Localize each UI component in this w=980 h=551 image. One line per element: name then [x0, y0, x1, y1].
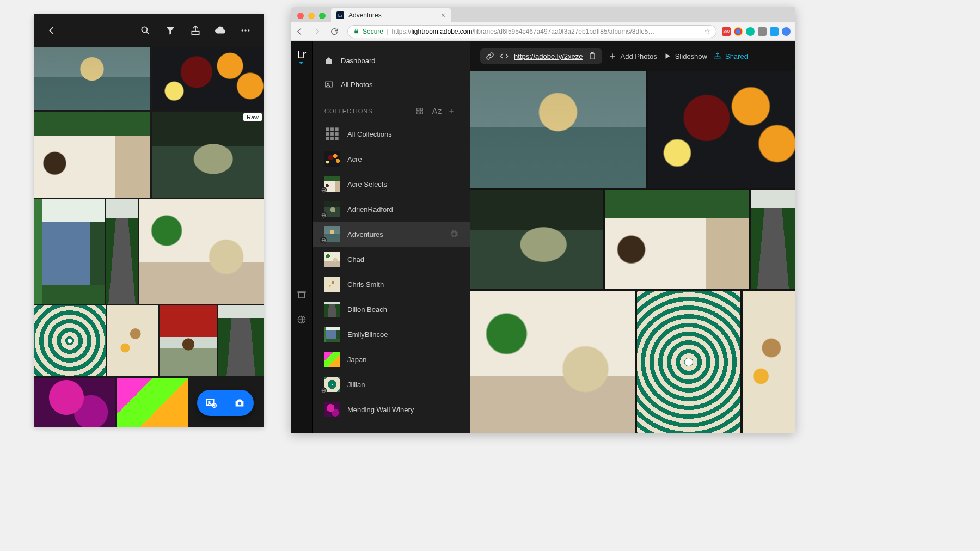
grid-view-icon[interactable] — [416, 107, 430, 115]
svg-rect-25 — [335, 132, 339, 136]
photo-thumb[interactable] — [34, 199, 105, 304]
extension-icon[interactable]: 390 — [722, 27, 731, 36]
globe-icon — [320, 187, 327, 193]
collection-label: Acre Selects — [347, 180, 387, 188]
photo-thumb[interactable] — [218, 305, 264, 376]
sidebar-nav-dashboard[interactable]: Dashboard — [313, 48, 470, 72]
photo-thumb[interactable] — [648, 71, 795, 188]
photo-thumb[interactable] — [107, 305, 158, 376]
photo-thumb[interactable] — [34, 112, 150, 198]
photo-thumb[interactable] — [139, 199, 264, 304]
sidebar-nav-allphotos[interactable]: All Photos — [313, 72, 470, 96]
browser-tab[interactable]: Lr Adventures × — [331, 8, 451, 22]
mobile-topbar — [34, 14, 264, 47]
clipboard-icon[interactable] — [588, 52, 597, 60]
sidebar: Dashboard All Photos COLLECTIONS Az ＋ — [313, 41, 470, 433]
svg-rect-27 — [330, 137, 334, 140]
svg-rect-17 — [420, 108, 422, 111]
search-icon[interactable] — [133, 18, 158, 43]
collection-thumb — [324, 352, 340, 367]
add-photos-button[interactable]: Add Photos — [609, 52, 657, 60]
tool-label: Add Photos — [620, 52, 657, 60]
extension-icon[interactable] — [746, 27, 755, 36]
photo-thumb[interactable] — [470, 71, 646, 188]
nav-forward-button[interactable] — [313, 27, 324, 36]
svg-rect-24 — [330, 132, 334, 136]
share-url-link[interactable]: https://adobe.ly/2xeze — [514, 52, 583, 60]
photo-thumb[interactable] — [106, 199, 138, 304]
photo-thumb[interactable] — [34, 305, 106, 376]
lock-icon — [353, 28, 359, 34]
archive-icon[interactable] — [297, 290, 307, 299]
collection-thumb — [324, 151, 340, 167]
collection-item[interactable]: Chad — [313, 247, 470, 272]
add-photo-fab[interactable] — [197, 390, 254, 416]
photo-thumb[interactable] — [117, 378, 188, 427]
collections-header: COLLECTIONS Az ＋ — [313, 96, 470, 121]
share-icon[interactable] — [183, 18, 208, 43]
nav-reload-button[interactable] — [330, 27, 342, 36]
tab-title: Adventures — [348, 11, 382, 19]
collection-item[interactable]: Adventures — [313, 222, 470, 247]
app-rail: Lr — [291, 41, 313, 433]
photo-thumb[interactable] — [637, 291, 740, 433]
photo-thumb[interactable] — [160, 305, 217, 376]
collection-label: Chris Smith — [347, 280, 384, 289]
window-controls — [295, 13, 331, 22]
collection-all[interactable]: All Collections — [313, 121, 470, 146]
svg-rect-10 — [354, 31, 358, 34]
link-icon[interactable] — [486, 52, 494, 60]
collection-item[interactable]: EmilyBlincoe — [313, 322, 470, 347]
secure-label: Secure — [363, 28, 383, 35]
collection-item[interactable]: Jillian — [313, 372, 470, 397]
photo-thumb[interactable] — [470, 291, 635, 433]
extension-icon[interactable] — [782, 27, 791, 36]
svg-rect-26 — [326, 137, 329, 140]
photo-thumb[interactable] — [34, 378, 115, 427]
photo-thumb[interactable] — [605, 190, 749, 289]
collection-label: AdrienRadford — [347, 205, 393, 213]
collection-item[interactable]: Japan — [313, 347, 470, 372]
photo-thumb[interactable] — [152, 47, 264, 110]
photo-thumb[interactable] — [751, 190, 795, 289]
sort-button[interactable]: Az — [430, 107, 444, 115]
sidebar-nav-label: All Photos — [341, 81, 373, 89]
photo-thumb[interactable] — [34, 47, 150, 110]
shared-button[interactable]: Shared — [714, 52, 748, 60]
bookmark-star-icon[interactable]: ☆ — [704, 27, 710, 35]
add-collection-button[interactable]: ＋ — [444, 106, 458, 116]
collection-label: All Collections — [347, 130, 392, 138]
address-bar[interactable]: Secure | https://lightroom.adobe.com/lib… — [347, 25, 716, 38]
photo-thumb[interactable] — [470, 190, 603, 289]
lightroom-logo[interactable]: Lr — [297, 48, 306, 61]
collection-item[interactable]: Acre Selects — [313, 172, 470, 197]
globe-icon[interactable] — [297, 315, 307, 325]
collection-item[interactable]: Acre — [313, 146, 470, 172]
photo-thumb[interactable] — [743, 291, 795, 433]
gear-icon[interactable] — [450, 230, 458, 238]
home-icon — [324, 56, 333, 65]
collection-item[interactable]: Mending Wall Winery — [313, 397, 470, 422]
svg-point-3 — [242, 29, 243, 31]
main-toolbar: https://adobe.ly/2xeze Add Photos Slides… — [470, 41, 795, 71]
collection-item[interactable]: Dillon Beach — [313, 297, 470, 322]
extension-icon[interactable] — [758, 27, 767, 36]
collection-item[interactable]: Chris Smith — [313, 272, 470, 297]
photo-thumb[interactable]: Raw — [152, 112, 264, 198]
back-button[interactable] — [39, 18, 64, 43]
nav-back-button[interactable] — [295, 27, 307, 36]
maximize-window-button[interactable] — [319, 13, 326, 19]
filter-icon[interactable] — [158, 18, 183, 43]
embed-icon[interactable] — [500, 52, 509, 60]
svg-point-4 — [244, 29, 246, 31]
svg-rect-12 — [298, 293, 304, 298]
slideshow-button[interactable]: Slideshow — [664, 52, 707, 60]
close-window-button[interactable] — [297, 13, 304, 19]
collection-item[interactable]: AdrienRadford — [313, 197, 470, 222]
extension-icon[interactable] — [770, 27, 779, 36]
minimize-window-button[interactable] — [308, 13, 315, 19]
close-tab-button[interactable]: × — [441, 11, 445, 20]
more-icon[interactable] — [233, 18, 258, 43]
cloud-icon[interactable] — [208, 18, 233, 43]
extension-icon[interactable] — [734, 27, 743, 36]
